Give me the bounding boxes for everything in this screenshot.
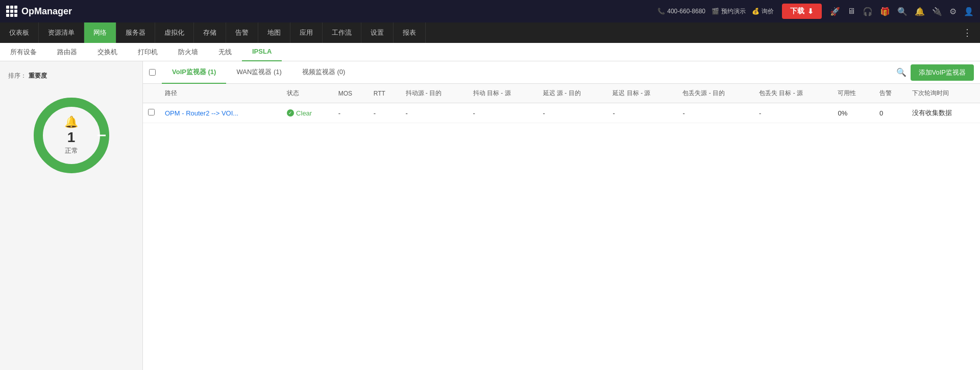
nav-dashboard[interactable]: 仪表板	[0, 22, 39, 43]
sidebar: 排序： 重要度 🔔 1 正常	[0, 61, 143, 370]
col-loss-src-dst: 包丢失源 - 目的	[677, 84, 754, 103]
sort-label: 排序：	[8, 72, 27, 80]
donut-number: 1	[64, 129, 78, 146]
nav-server[interactable]: 服务器	[116, 22, 155, 43]
search-icon[interactable]: 🔍	[897, 7, 908, 16]
main-nav: 仪表板 资源清单 网络 服务器 虚拟化 存储 告警 地图 应用 工作流 设置 报…	[0, 22, 980, 43]
user-icon[interactable]: 👤	[964, 7, 974, 16]
tab-bar: VoIP监视器 (1) WAN监视器 (1) 视频监视器 (0) 🔍 添加VoI…	[143, 61, 980, 84]
pricing-item[interactable]: 💰 询价	[752, 7, 774, 16]
download-button[interactable]: 下载 ⬇	[782, 4, 822, 19]
download-label: 下载	[790, 7, 804, 16]
nav-resource[interactable]: 资源清单	[39, 22, 84, 43]
nav-workflow[interactable]: 工作流	[323, 22, 361, 43]
col-alarm: 告警	[874, 84, 907, 103]
nav-more[interactable]: ⋮	[954, 22, 980, 43]
grid-icon	[6, 6, 17, 17]
row-jitter-dst-src: -	[468, 103, 538, 123]
row-delay-dst-src: -	[607, 103, 677, 123]
row-availability: 0%	[832, 103, 874, 123]
content: 排序： 重要度 🔔 1 正常	[0, 61, 980, 370]
nav-network[interactable]: 网络	[84, 22, 116, 43]
donut-center: 🔔 1 正常	[64, 115, 78, 155]
plug-icon[interactable]: 🔌	[932, 7, 942, 16]
settings-icon[interactable]: ⚙	[949, 7, 957, 16]
nav-app[interactable]: 应用	[290, 22, 323, 43]
row-mos: -	[333, 103, 369, 123]
demo-label: 预约演示	[721, 7, 746, 16]
status-dot: ✓	[287, 109, 294, 117]
nav-storage[interactable]: 存储	[194, 22, 226, 43]
demo-icon: 🎬	[712, 8, 719, 15]
subnav-all-devices[interactable]: 所有设备	[0, 43, 47, 61]
sidebar-sort: 排序： 重要度	[0, 67, 142, 84]
donut-bell-icon: 🔔	[64, 115, 78, 129]
row-jitter-src-dst: -	[401, 103, 468, 123]
subnav-printer[interactable]: 打印机	[128, 43, 168, 61]
pricing-icon: 💰	[752, 8, 760, 15]
row-loss-dst-src: -	[754, 103, 832, 123]
col-path: 路径	[160, 84, 282, 103]
col-jitter-src-dst: 抖动源 - 目的	[401, 84, 468, 103]
gift-icon[interactable]: 🎁	[880, 7, 890, 16]
nav-virtual[interactable]: 虚拟化	[155, 22, 194, 43]
col-availability: 可用性	[832, 84, 874, 103]
donut-label: 正常	[64, 146, 78, 155]
sort-value: 重要度	[29, 72, 47, 80]
col-delay-src-dst: 延迟 源 - 目的	[538, 84, 608, 103]
col-jitter-dst-src: 抖动 目标 - 源	[468, 84, 538, 103]
subnav-switch[interactable]: 交换机	[87, 43, 128, 61]
table-search-button[interactable]: 🔍	[892, 65, 911, 79]
subnav-firewall[interactable]: 防火墙	[168, 43, 208, 61]
nav-settings[interactable]: 设置	[361, 22, 394, 43]
row-checkbox-cell	[143, 103, 160, 123]
sub-nav: 所有设备 路由器 交换机 打印机 防火墙 无线 IPSLA	[0, 43, 980, 61]
phone-item: 📞 400-660-8680	[657, 8, 705, 15]
voip-table: 路径 状态 MOS RTT 抖动源 - 目的 抖动 目标 - 源 延迟 源 - …	[143, 84, 980, 123]
top-bar-right: 📞 400-660-8680 🎬 预约演示 💰 询价 下载 ⬇ 🚀 🖥 🎧 🎁 …	[657, 4, 974, 19]
donut-container: 🔔 1 正常	[0, 84, 142, 187]
row-delay-src-dst: -	[538, 103, 608, 123]
col-rtt: RTT	[369, 84, 401, 103]
donut-wrapper: 🔔 1 正常	[31, 95, 112, 176]
col-mos: MOS	[333, 84, 369, 103]
bell-icon[interactable]: 🔔	[915, 7, 925, 16]
row-checkbox[interactable]	[148, 109, 155, 115]
demo-item[interactable]: 🎬 预约演示	[712, 7, 746, 16]
phone-number: 400-660-8680	[667, 8, 705, 15]
table-container: 路径 状态 MOS RTT 抖动源 - 目的 抖动 目标 - 源 延迟 源 - …	[143, 84, 980, 370]
tab-voip[interactable]: VoIP监视器 (1)	[162, 61, 226, 84]
nav-map[interactable]: 地图	[258, 22, 290, 43]
monitor-icon[interactable]: 🖥	[847, 7, 855, 16]
col-next-poll: 下次轮询时间	[907, 84, 980, 103]
tab-wan[interactable]: WAN监视器 (1)	[226, 61, 291, 84]
app-logo: OpManager	[6, 6, 72, 17]
tab-video[interactable]: 视频监视器 (0)	[292, 61, 356, 84]
table-header-row: 路径 状态 MOS RTT 抖动源 - 目的 抖动 目标 - 源 延迟 源 - …	[143, 84, 980, 103]
nav-report[interactable]: 报表	[394, 22, 426, 43]
headset-icon[interactable]: 🎧	[863, 7, 873, 16]
nav-alarm[interactable]: 告警	[226, 22, 258, 43]
row-status: ✓ Clear	[282, 103, 333, 123]
download-icon: ⬇	[807, 7, 814, 15]
row-loss-src-dst: -	[677, 103, 754, 123]
subnav-router[interactable]: 路由器	[47, 43, 87, 61]
col-checkbox	[143, 84, 160, 103]
add-voip-monitor-button[interactable]: 添加VoIP监视器	[911, 64, 974, 81]
status-label: Clear	[296, 109, 312, 117]
subnav-wireless[interactable]: 无线	[208, 43, 242, 61]
top-bar: OpManager 📞 400-660-8680 🎬 预约演示 💰 询价 下载 …	[0, 0, 980, 22]
col-loss-dst-src: 包丢失 目标 - 源	[754, 84, 832, 103]
pricing-label: 询价	[762, 7, 774, 16]
subnav-ipsla[interactable]: IPSLA	[242, 43, 282, 61]
contact-info: 📞 400-660-8680 🎬 预约演示 💰 询价	[657, 7, 774, 16]
row-path[interactable]: OPM - Router2 --> VOI...	[160, 103, 282, 123]
col-delay-dst-src: 延迟 目标 - 源	[607, 84, 677, 103]
rocket-icon[interactable]: 🚀	[830, 7, 840, 16]
row-alarm: 0	[874, 103, 907, 123]
select-all-checkbox[interactable]	[149, 69, 156, 76]
table-row: OPM - Router2 --> VOI... ✓ Clear - - - -…	[143, 103, 980, 123]
main-panel: VoIP监视器 (1) WAN监视器 (1) 视频监视器 (0) 🔍 添加VoI…	[143, 61, 980, 370]
row-rtt: -	[369, 103, 401, 123]
app-name: OpManager	[21, 6, 72, 17]
